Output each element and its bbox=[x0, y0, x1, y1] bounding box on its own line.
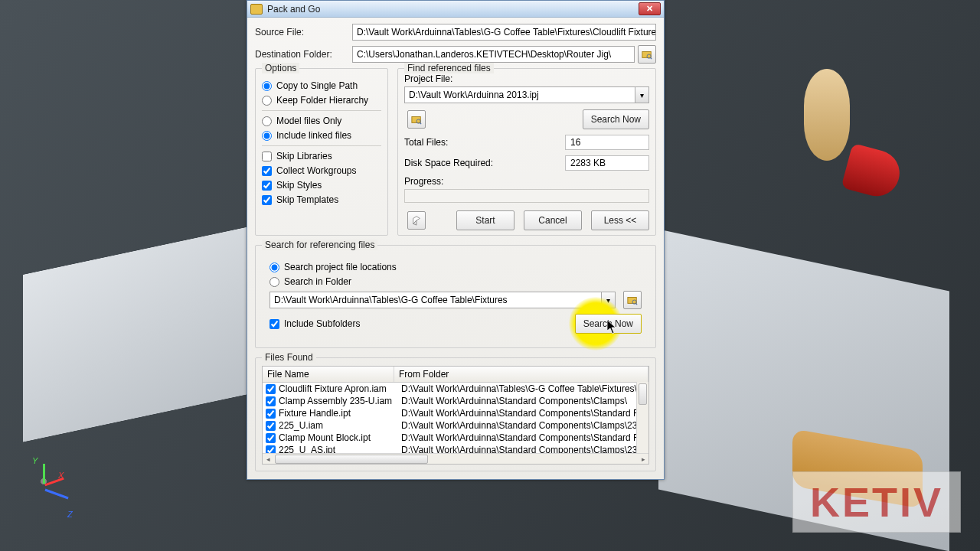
file-row-check[interactable] bbox=[266, 396, 276, 406]
project-file-dropdown[interactable]: ▾ bbox=[635, 86, 649, 103]
project-file-label: Project File: bbox=[404, 73, 649, 84]
table-row[interactable]: 225_U_AS.iptD:\Vault Work\Arduinna\Stand… bbox=[263, 444, 648, 453]
svg-line-8 bbox=[635, 303, 637, 305]
background-knob bbox=[804, 69, 850, 161]
progress-label: Progress: bbox=[404, 176, 649, 187]
total-files-value: 16 bbox=[565, 135, 649, 150]
vertical-scrollbar[interactable] bbox=[636, 382, 648, 453]
keep-hierarchy-radio[interactable] bbox=[262, 96, 272, 106]
table-row[interactable]: Clamp Assembly 235-U.iamD:\Vault Work\Ar… bbox=[263, 395, 648, 407]
pack-and-go-dialog: Pack and Go ✕ Source File: D:\Vault Work… bbox=[247, 0, 665, 480]
total-files-label: Total Files: bbox=[404, 137, 565, 148]
collect-workgroups-label: Collect Workgroups bbox=[276, 165, 356, 176]
options-legend: Options bbox=[262, 63, 299, 73]
options-group: Options Copy to Single Path Keep Folder … bbox=[255, 68, 388, 236]
files-found-group: Files Found File Name From Folder Cloudl… bbox=[255, 357, 656, 471]
file-folder-cell: D:\Vault Work\Arduinna\Standard Componen… bbox=[401, 445, 645, 453]
include-linked-label: Include linked files bbox=[276, 130, 351, 141]
skip-libraries-label: Skip Libraries bbox=[276, 151, 332, 161]
keep-hierarchy-label: Keep Folder Hierarchy bbox=[276, 95, 368, 106]
axis-z-label: Z bbox=[67, 510, 73, 519]
less-button[interactable]: Less << bbox=[591, 210, 649, 230]
skip-libraries-check[interactable] bbox=[262, 152, 272, 161]
copy-single-path-radio[interactable] bbox=[262, 81, 272, 91]
col-from-folder[interactable]: From Folder bbox=[394, 367, 648, 382]
skip-styles-label: Skip Styles bbox=[276, 180, 322, 191]
file-name-cell: Fixture Handle.ipt bbox=[279, 408, 401, 419]
source-file-label: Source File: bbox=[255, 27, 352, 37]
copy-single-path-label: Copy to Single Path bbox=[276, 80, 358, 91]
table-row[interactable]: Cloudlift Fixture Apron.iamD:\Vault Work… bbox=[263, 383, 648, 395]
file-row-check[interactable] bbox=[266, 421, 276, 431]
file-folder-cell: D:\Vault Work\Arduinna\Standard Componen… bbox=[401, 396, 645, 406]
search-project-locations-label: Search project file locations bbox=[284, 262, 397, 272]
search-now-referencing-button[interactable]: Search Now bbox=[575, 314, 642, 334]
collect-workgroups-check[interactable] bbox=[262, 166, 272, 176]
app-icon bbox=[250, 4, 263, 15]
close-button[interactable]: ✕ bbox=[639, 2, 661, 15]
watermark-logo: KETIV bbox=[792, 471, 961, 533]
file-row-check[interactable] bbox=[266, 384, 276, 394]
search-folder-dropdown[interactable]: ▾ bbox=[602, 292, 616, 308]
disk-space-label: Disk Space Required: bbox=[404, 158, 565, 168]
help-button[interactable] bbox=[407, 211, 426, 230]
table-row[interactable]: Fixture Handle.iptD:\Vault Work\Arduinna… bbox=[263, 407, 648, 419]
axis-y-label: Y bbox=[32, 456, 38, 465]
find-referenced-group: Find referenced files Project File: D:\V… bbox=[397, 68, 656, 236]
svg-line-5 bbox=[420, 122, 421, 124]
files-table[interactable]: File Name From Folder Cloudlift Fixture … bbox=[262, 366, 649, 465]
source-file-field[interactable]: D:\Vault Work\Arduinna\Tables\G-G Coffee… bbox=[352, 24, 656, 41]
background-clamp bbox=[841, 143, 904, 201]
file-name-cell: 225_U_AS.ipt bbox=[279, 445, 401, 453]
axis-x-label: X bbox=[58, 471, 64, 480]
window-title: Pack and Go bbox=[267, 4, 639, 15]
file-folder-cell: D:\Vault Work\Arduinna\Standard Componen… bbox=[401, 408, 645, 419]
file-folder-cell: D:\Vault Work\Arduinna\Tables\G-G Coffee… bbox=[401, 383, 645, 394]
file-row-check[interactable] bbox=[266, 433, 276, 443]
start-button[interactable]: Start bbox=[456, 210, 514, 230]
disk-space-value: 2283 KB bbox=[565, 155, 649, 171]
file-row-check[interactable] bbox=[266, 409, 276, 419]
search-project-locations-radio[interactable] bbox=[270, 262, 279, 272]
file-name-cell: Cloudlift Fixture Apron.iam bbox=[279, 383, 401, 394]
file-name-cell: Clamp Assembly 235-U.iam bbox=[279, 396, 401, 406]
files-found-legend: Files Found bbox=[262, 352, 316, 363]
table-row[interactable]: 225_U.iamD:\Vault Work\Arduinna\Standard… bbox=[263, 419, 648, 432]
search-now-refs-button[interactable]: Search Now bbox=[583, 109, 649, 129]
model-files-only-radio[interactable] bbox=[262, 116, 272, 126]
search-referencing-legend: Search for referencing files bbox=[262, 240, 377, 250]
browse-project-button[interactable] bbox=[407, 110, 426, 129]
horizontal-scrollbar[interactable]: ◂▸ bbox=[263, 453, 648, 464]
file-name-cell: Clamp Mount Block.ipt bbox=[279, 432, 401, 443]
svg-line-2 bbox=[650, 57, 652, 59]
cancel-button[interactable]: Cancel bbox=[524, 210, 582, 230]
search-in-folder-label: Search in Folder bbox=[284, 276, 351, 287]
destination-folder-field[interactable]: C:\Users\Jonathan.Landeros.KETIVTECH\Des… bbox=[352, 46, 635, 63]
file-folder-cell: D:\Vault Work\Arduinna\Standard Componen… bbox=[401, 432, 645, 443]
browse-search-folder-button[interactable] bbox=[623, 291, 642, 309]
skip-templates-label: Skip Templates bbox=[276, 194, 338, 205]
browse-destination-button[interactable] bbox=[638, 45, 656, 64]
include-linked-radio[interactable] bbox=[262, 131, 272, 141]
file-folder-cell: D:\Vault Work\Arduinna\Standard Componen… bbox=[401, 420, 645, 431]
model-files-only-label: Model files Only bbox=[276, 116, 341, 126]
file-name-cell: 225_U.iam bbox=[279, 420, 401, 431]
search-in-folder-radio[interactable] bbox=[270, 277, 279, 287]
file-row-check[interactable] bbox=[266, 445, 276, 454]
titlebar[interactable]: Pack and Go ✕ bbox=[247, 1, 664, 18]
viewcube-axis: Y X Z bbox=[23, 459, 84, 520]
search-folder-combo[interactable]: D:\Vault Work\Arduinna\Tables\G-G Coffee… bbox=[270, 292, 602, 308]
col-file-name[interactable]: File Name bbox=[263, 367, 394, 382]
destination-folder-label: Destination Folder: bbox=[255, 49, 352, 60]
table-row[interactable]: Clamp Mount Block.iptD:\Vault Work\Ardui… bbox=[263, 432, 648, 444]
progress-bar bbox=[404, 189, 649, 203]
include-subfolders-check[interactable] bbox=[270, 319, 279, 329]
include-subfolders-label: Include Subfolders bbox=[284, 318, 360, 329]
skip-styles-check[interactable] bbox=[262, 181, 272, 191]
search-referencing-group: Search for referencing files Search proj… bbox=[255, 245, 656, 348]
skip-templates-check[interactable] bbox=[262, 195, 272, 205]
find-referenced-legend: Find referenced files bbox=[404, 63, 494, 73]
project-file-combo[interactable]: D:\Vault Work\Arduinna 2013.ipj bbox=[404, 86, 635, 103]
